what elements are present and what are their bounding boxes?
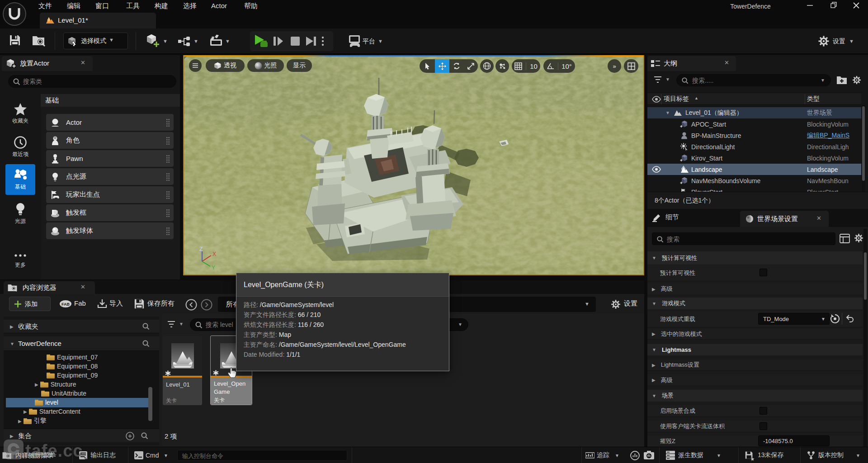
svg-text:X: X — [212, 251, 216, 257]
svg-text:FAB: FAB — [61, 302, 70, 307]
svg-text:内容侧滑菜单: 内容侧滑菜单 — [15, 452, 53, 459]
svg-text:Y: Y — [212, 265, 215, 271]
svg-text:Z: Z — [199, 246, 203, 252]
